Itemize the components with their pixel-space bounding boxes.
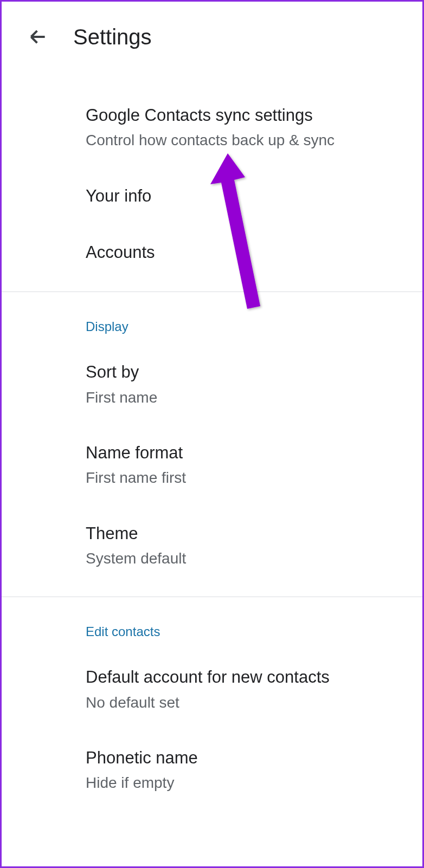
item-subtitle: No default set	[86, 693, 406, 712]
section-header-display: Display	[2, 292, 422, 344]
settings-item-name-format[interactable]: Name format First name first	[2, 425, 422, 506]
item-title: Theme	[86, 523, 406, 545]
arrow-left-icon	[28, 27, 48, 47]
item-title: Phonetic name	[86, 747, 406, 769]
settings-item-your-info[interactable]: Your info	[2, 168, 422, 224]
header: Settings	[2, 2, 422, 67]
settings-item-sync[interactable]: Google Contacts sync settings Control ho…	[2, 67, 422, 168]
item-subtitle: First name first	[86, 468, 406, 488]
settings-item-theme[interactable]: Theme System default	[2, 506, 422, 586]
item-title: Default account for new contacts	[86, 666, 406, 688]
item-subtitle: Control how contacts back up & sync	[86, 131, 406, 150]
settings-item-phonetic-name[interactable]: Phonetic name Hide if empty	[2, 730, 422, 811]
item-title: Accounts	[86, 242, 406, 263]
settings-item-sort-by[interactable]: Sort by First name	[2, 344, 422, 425]
settings-list: Google Contacts sync settings Control ho…	[2, 67, 422, 811]
settings-item-accounts[interactable]: Accounts	[2, 224, 422, 281]
item-subtitle: System default	[86, 549, 406, 568]
item-title: Your info	[86, 185, 406, 207]
page-title: Settings	[73, 25, 152, 49]
item-subtitle: Hide if empty	[86, 773, 406, 793]
item-title: Sort by	[86, 361, 406, 383]
settings-item-default-account[interactable]: Default account for new contacts No defa…	[2, 649, 422, 730]
item-subtitle: First name	[86, 388, 406, 407]
item-title: Name format	[86, 442, 406, 464]
back-button[interactable]	[24, 23, 52, 50]
item-title: Google Contacts sync settings	[86, 105, 406, 126]
section-header-edit: Edit contacts	[2, 597, 422, 649]
